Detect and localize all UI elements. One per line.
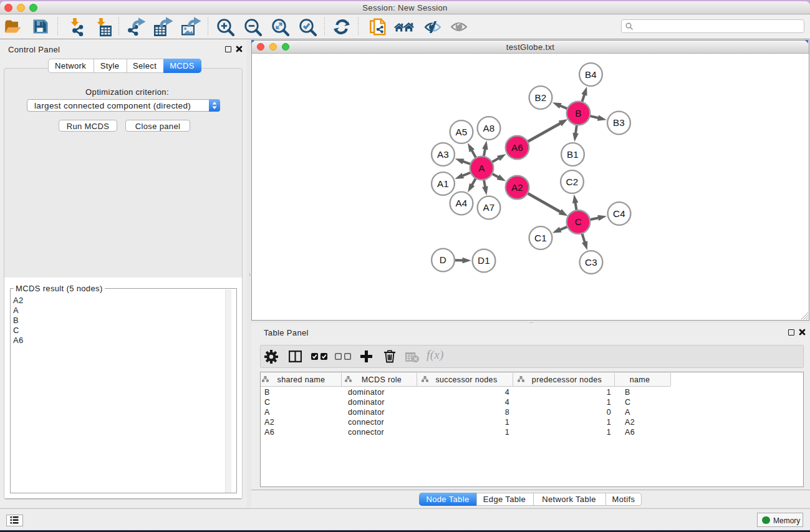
svg-text:D: D	[440, 254, 446, 265]
svg-text:A2: A2	[511, 182, 523, 193]
svg-text:B1: B1	[567, 149, 579, 160]
svg-text:C4: C4	[613, 208, 625, 219]
svg-text:A1: A1	[437, 178, 449, 189]
svg-text:A6: A6	[511, 142, 523, 153]
svg-text:D1: D1	[478, 255, 490, 266]
svg-text:C1: C1	[534, 233, 547, 243]
svg-text:C2: C2	[566, 177, 578, 187]
svg-text:A: A	[478, 163, 485, 173]
svg-text:A8: A8	[483, 123, 494, 133]
svg-text:A7: A7	[483, 202, 494, 213]
svg-text:C: C	[575, 216, 582, 227]
svg-text:A3: A3	[437, 149, 449, 160]
svg-text:A5: A5	[455, 127, 467, 137]
svg-text:C3: C3	[585, 257, 597, 268]
svg-text:B: B	[575, 108, 581, 118]
svg-text:B4: B4	[585, 69, 597, 80]
svg-text:A4: A4	[455, 198, 467, 208]
svg-text:B2: B2	[534, 92, 546, 103]
svg-text:B3: B3	[613, 117, 625, 128]
